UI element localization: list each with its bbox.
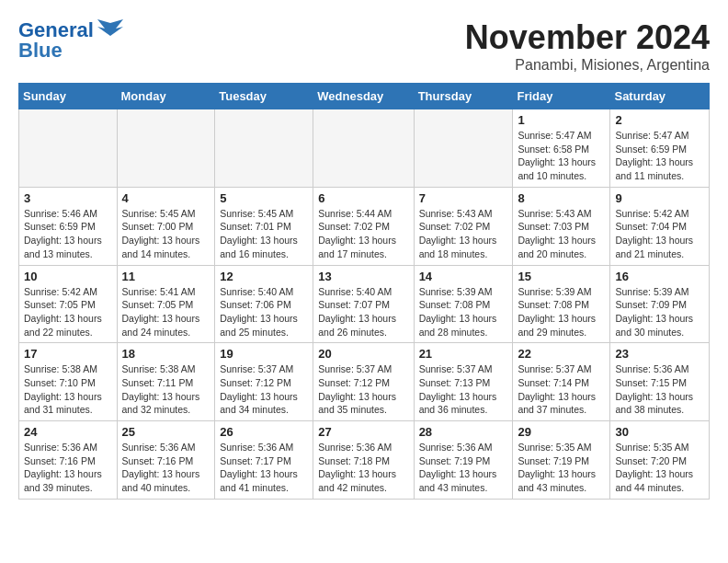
calendar-cell: 15Sunrise: 5:39 AM Sunset: 7:08 PM Dayli… [513, 265, 610, 343]
calendar-cell: 9Sunrise: 5:42 AM Sunset: 7:04 PM Daylig… [610, 187, 710, 265]
calendar-cell [117, 109, 215, 188]
calendar-cell: 29Sunrise: 5:35 AM Sunset: 7:19 PM Dayli… [513, 421, 610, 500]
day-info: Sunrise: 5:37 AM Sunset: 7:12 PM Dayligh… [220, 362, 308, 417]
calendar-cell: 28Sunrise: 5:36 AM Sunset: 7:19 PM Dayli… [414, 421, 513, 500]
calendar-cell: 17Sunrise: 5:38 AM Sunset: 7:10 PM Dayli… [19, 343, 118, 421]
day-number: 19 [220, 347, 308, 361]
week-row-5: 24Sunrise: 5:36 AM Sunset: 7:16 PM Dayli… [19, 421, 710, 500]
day-info: Sunrise: 5:39 AM Sunset: 7:08 PM Dayligh… [419, 285, 508, 339]
day-number: 21 [419, 347, 508, 361]
calendar-cell: 14Sunrise: 5:39 AM Sunset: 7:08 PM Dayli… [414, 265, 513, 343]
day-number: 10 [24, 270, 112, 283]
calendar-cell: 18Sunrise: 5:38 AM Sunset: 7:11 PM Dayli… [117, 343, 215, 421]
calendar-cell: 26Sunrise: 5:36 AM Sunset: 7:17 PM Dayli… [215, 421, 313, 500]
day-info: Sunrise: 5:35 AM Sunset: 7:19 PM Dayligh… [518, 441, 605, 495]
day-number: 11 [122, 270, 210, 283]
col-thursday: Thursday [414, 84, 513, 109]
day-info: Sunrise: 5:39 AM Sunset: 7:09 PM Dayligh… [615, 285, 704, 339]
calendar-cell: 24Sunrise: 5:36 AM Sunset: 7:16 PM Dayli… [19, 421, 118, 500]
calendar-cell: 22Sunrise: 5:37 AM Sunset: 7:14 PM Dayli… [513, 343, 610, 421]
calendar-cell: 1Sunrise: 5:47 AM Sunset: 6:58 PM Daylig… [513, 109, 610, 188]
day-number: 25 [122, 425, 210, 439]
day-number: 3 [24, 191, 112, 205]
day-info: Sunrise: 5:47 AM Sunset: 6:58 PM Dayligh… [518, 129, 605, 183]
page-header: General Blue November 2024 Panambi, Misi… [18, 18, 710, 74]
calendar-cell: 5Sunrise: 5:45 AM Sunset: 7:01 PM Daylig… [215, 187, 313, 265]
calendar-cell [414, 109, 513, 188]
day-info: Sunrise: 5:39 AM Sunset: 7:08 PM Dayligh… [518, 285, 605, 339]
day-number: 4 [122, 191, 210, 205]
day-number: 9 [615, 191, 704, 205]
page-container: General Blue November 2024 Panambi, Misi… [18, 18, 710, 500]
day-number: 28 [419, 425, 508, 439]
calendar-cell [19, 109, 118, 188]
calendar-cell: 3Sunrise: 5:46 AM Sunset: 6:59 PM Daylig… [19, 187, 118, 265]
page-subtitle: Panambi, Misiones, Argentina [465, 57, 710, 74]
calendar-header-row: Sunday Monday Tuesday Wednesday Thursday… [19, 84, 710, 109]
week-row-3: 10Sunrise: 5:42 AM Sunset: 7:05 PM Dayli… [19, 265, 710, 343]
day-number: 17 [24, 347, 112, 361]
day-info: Sunrise: 5:40 AM Sunset: 7:07 PM Dayligh… [318, 285, 408, 339]
day-number: 26 [220, 425, 308, 439]
day-info: Sunrise: 5:36 AM Sunset: 7:15 PM Dayligh… [615, 362, 704, 417]
day-number: 15 [518, 270, 605, 283]
day-number: 18 [122, 347, 210, 361]
calendar-cell: 7Sunrise: 5:43 AM Sunset: 7:02 PM Daylig… [414, 187, 513, 265]
day-info: Sunrise: 5:46 AM Sunset: 6:59 PM Dayligh… [24, 207, 112, 261]
day-number: 24 [24, 425, 112, 439]
calendar-cell: 25Sunrise: 5:36 AM Sunset: 7:16 PM Dayli… [117, 421, 215, 500]
week-row-1: 1Sunrise: 5:47 AM Sunset: 6:58 PM Daylig… [19, 109, 710, 188]
day-number: 7 [419, 191, 508, 205]
day-info: Sunrise: 5:42 AM Sunset: 7:04 PM Dayligh… [615, 207, 704, 261]
col-friday: Friday [513, 84, 610, 109]
day-number: 14 [419, 270, 508, 283]
calendar-cell: 6Sunrise: 5:44 AM Sunset: 7:02 PM Daylig… [313, 187, 414, 265]
calendar-cell: 20Sunrise: 5:37 AM Sunset: 7:12 PM Dayli… [313, 343, 414, 421]
col-wednesday: Wednesday [313, 84, 414, 109]
logo: General Blue [18, 18, 123, 63]
col-saturday: Saturday [610, 84, 710, 109]
logo-text-blue: Blue [18, 39, 63, 63]
calendar-cell: 12Sunrise: 5:40 AM Sunset: 7:06 PM Dayli… [215, 265, 313, 343]
day-info: Sunrise: 5:37 AM Sunset: 7:13 PM Dayligh… [419, 362, 508, 417]
calendar-cell: 11Sunrise: 5:41 AM Sunset: 7:05 PM Dayli… [117, 265, 215, 343]
day-info: Sunrise: 5:37 AM Sunset: 7:14 PM Dayligh… [518, 362, 605, 417]
day-info: Sunrise: 5:38 AM Sunset: 7:10 PM Dayligh… [24, 362, 112, 417]
day-number: 27 [318, 425, 408, 439]
day-number: 8 [518, 191, 605, 205]
calendar-cell [215, 109, 313, 188]
logo-bird-icon [97, 19, 123, 40]
day-info: Sunrise: 5:45 AM Sunset: 7:01 PM Dayligh… [220, 207, 308, 261]
day-number: 2 [615, 113, 704, 127]
title-section: November 2024 Panambi, Misiones, Argenti… [465, 18, 710, 74]
calendar-cell: 4Sunrise: 5:45 AM Sunset: 7:00 PM Daylig… [117, 187, 215, 265]
calendar-cell: 30Sunrise: 5:35 AM Sunset: 7:20 PM Dayli… [610, 421, 710, 500]
day-info: Sunrise: 5:36 AM Sunset: 7:19 PM Dayligh… [419, 441, 508, 495]
week-row-2: 3Sunrise: 5:46 AM Sunset: 6:59 PM Daylig… [19, 187, 710, 265]
day-number: 22 [518, 347, 605, 361]
week-row-4: 17Sunrise: 5:38 AM Sunset: 7:10 PM Dayli… [19, 343, 710, 421]
day-info: Sunrise: 5:36 AM Sunset: 7:18 PM Dayligh… [318, 441, 408, 495]
col-tuesday: Tuesday [215, 84, 313, 109]
day-info: Sunrise: 5:43 AM Sunset: 7:03 PM Dayligh… [518, 207, 605, 261]
page-title: November 2024 [465, 18, 710, 57]
day-number: 29 [518, 425, 605, 439]
day-number: 5 [220, 191, 308, 205]
calendar-cell [313, 109, 414, 188]
day-number: 20 [318, 347, 408, 361]
calendar-cell: 21Sunrise: 5:37 AM Sunset: 7:13 PM Dayli… [414, 343, 513, 421]
day-number: 1 [518, 113, 605, 127]
calendar-cell: 23Sunrise: 5:36 AM Sunset: 7:15 PM Dayli… [610, 343, 710, 421]
calendar-cell: 2Sunrise: 5:47 AM Sunset: 6:59 PM Daylig… [610, 109, 710, 188]
day-info: Sunrise: 5:35 AM Sunset: 7:20 PM Dayligh… [615, 441, 704, 495]
day-info: Sunrise: 5:43 AM Sunset: 7:02 PM Dayligh… [419, 207, 508, 261]
day-info: Sunrise: 5:36 AM Sunset: 7:17 PM Dayligh… [220, 441, 308, 495]
day-info: Sunrise: 5:45 AM Sunset: 7:00 PM Dayligh… [122, 207, 210, 261]
calendar-table: Sunday Monday Tuesday Wednesday Thursday… [18, 83, 710, 500]
day-info: Sunrise: 5:36 AM Sunset: 7:16 PM Dayligh… [24, 441, 112, 495]
calendar-cell: 19Sunrise: 5:37 AM Sunset: 7:12 PM Dayli… [215, 343, 313, 421]
day-info: Sunrise: 5:44 AM Sunset: 7:02 PM Dayligh… [318, 207, 408, 261]
day-info: Sunrise: 5:36 AM Sunset: 7:16 PM Dayligh… [122, 441, 210, 495]
col-sunday: Sunday [19, 84, 118, 109]
day-number: 16 [615, 270, 704, 283]
